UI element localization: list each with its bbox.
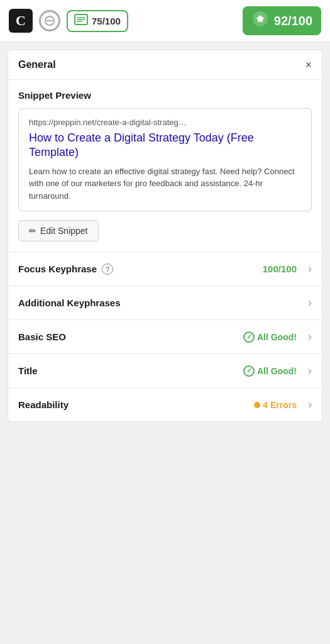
- snippet-preview-label: Snippet Preview: [18, 90, 312, 101]
- close-button[interactable]: ×: [305, 59, 312, 70]
- no-entry-icon[interactable]: [39, 10, 60, 31]
- row-basic-seo[interactable]: Basic SEO ✓ All Good! ›: [8, 320, 322, 354]
- logo-icon: C: [9, 9, 33, 33]
- readability-score-value: 75/100: [92, 16, 121, 26]
- additional-keyphrases-status: ›: [302, 296, 312, 309]
- snippet-box: https://preppin.net/create-a-digital-str…: [18, 108, 312, 211]
- panel-title: General: [18, 59, 56, 70]
- chevron-right-icon: ›: [308, 398, 312, 411]
- focus-keyphrase-status: 100/100 ›: [263, 262, 312, 275]
- row-additional-keyphrases[interactable]: Additional Keyphrases ›: [8, 286, 322, 320]
- edit-snippet-button[interactable]: ✏ Edit Snippet: [18, 220, 99, 242]
- panel-header: General ×: [8, 50, 322, 80]
- snippet-title: How to Create a Digital Strategy Today (…: [29, 131, 301, 160]
- chevron-right-icon: ›: [308, 330, 312, 343]
- row-readability[interactable]: Readability 4 Errors ›: [8, 388, 322, 421]
- title-status: ✓ All Good! ›: [243, 364, 312, 377]
- seo-score-value: 92/100: [274, 14, 312, 28]
- focus-keyphrase-score: 100/100: [263, 264, 297, 274]
- basic-seo-status-text: ✓ All Good!: [243, 331, 297, 343]
- row-focus-keyphrase[interactable]: Focus Keyphrase ? 100/100 ›: [8, 252, 322, 286]
- seo-score-badge[interactable]: 92/100: [243, 6, 321, 35]
- focus-keyphrase-label: Focus Keyphrase ?: [18, 264, 113, 275]
- title-status-text: ✓ All Good!: [243, 365, 297, 377]
- help-icon[interactable]: ?: [102, 264, 113, 275]
- check-circle-icon: ✓: [243, 365, 255, 377]
- rows-container: Focus Keyphrase ? 100/100 › Additional K…: [8, 252, 322, 421]
- readability-label: Readability: [18, 399, 69, 410]
- svg-point-8: [259, 18, 261, 20]
- title-label: Title: [18, 365, 38, 376]
- chevron-right-icon: ›: [308, 262, 312, 275]
- readability-score-icon: [74, 14, 88, 28]
- snippet-description: Learn how to create an effective digital…: [29, 165, 301, 203]
- general-panel: General × Snippet Preview https://preppi…: [8, 50, 322, 422]
- check-circle-icon: ✓: [243, 331, 255, 343]
- additional-keyphrases-label: Additional Keyphrases: [18, 297, 121, 308]
- dot-icon: [254, 402, 260, 408]
- readability-status: 4 Errors ›: [254, 398, 312, 411]
- basic-seo-status: ✓ All Good! ›: [243, 330, 312, 343]
- chevron-right-icon: ›: [308, 364, 312, 377]
- readability-status-text: 4 Errors: [254, 400, 297, 410]
- chevron-right-icon: ›: [308, 296, 312, 309]
- readability-score-badge[interactable]: 75/100: [67, 10, 128, 32]
- topbar: C 75/100 92/100: [0, 0, 330, 42]
- snippet-preview-section: Snippet Preview https://preppin.net/crea…: [8, 80, 322, 252]
- edit-snippet-label: Edit Snippet: [40, 226, 88, 236]
- basic-seo-label: Basic SEO: [18, 331, 66, 342]
- seo-score-icon: [251, 10, 269, 31]
- pencil-icon: ✏: [29, 226, 36, 236]
- snippet-url: https://preppin.net/create-a-digital-str…: [29, 118, 301, 127]
- row-title[interactable]: Title ✓ All Good! ›: [8, 354, 322, 388]
